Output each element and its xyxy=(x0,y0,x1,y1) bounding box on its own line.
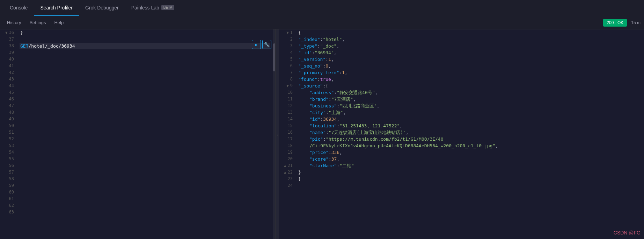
output-line: "found" : true, xyxy=(298,76,641,83)
json-string: /Cii9EVkyLrKIXo1vAAHgrxo_pUcAALcKQLD688A… xyxy=(309,142,495,149)
json-key: "pic" xyxy=(309,136,323,142)
output-line xyxy=(298,182,641,189)
editor-line xyxy=(20,109,270,116)
json-punct: : xyxy=(323,63,325,69)
editor-line-num: 52 xyxy=(0,136,14,142)
output-line: "score" : 37, xyxy=(298,156,641,162)
editor-line xyxy=(20,196,270,202)
output-line: "starName" : "二钻" xyxy=(298,162,641,169)
output-line: "_index" : "hotel", xyxy=(298,36,641,43)
history-button[interactable]: History xyxy=(3,19,24,27)
output-line-num: 8 xyxy=(279,76,293,83)
top-navigation: Console Search Profiler Grok Debugger Pa… xyxy=(0,0,644,16)
json-key: "brand" xyxy=(309,96,329,103)
beta-badge: BETA xyxy=(161,5,174,10)
editor-line xyxy=(20,202,270,209)
tab-search-profiler[interactable]: Search Profiler xyxy=(34,0,79,16)
json-punct: , xyxy=(345,69,347,76)
editor-line-num: 56 xyxy=(0,162,14,169)
json-punct: , xyxy=(343,109,346,116)
output-line: "business" : "四川北路商业区", xyxy=(298,103,641,109)
editor-scrollbar[interactable] xyxy=(273,29,276,239)
json-key: "price" xyxy=(309,149,329,156)
editor-line-num: 62 xyxy=(0,202,14,209)
status-badge: 200 - OK xyxy=(603,19,627,27)
editor-line xyxy=(20,96,270,103)
editor-line-num: 46 xyxy=(0,96,14,103)
json-key: "location" xyxy=(309,122,337,129)
output-line-num: 5 xyxy=(279,56,293,63)
json-key: "address" xyxy=(309,89,334,96)
editor-scrollbar-thumb[interactable] xyxy=(273,43,275,71)
settings-button[interactable]: Settings xyxy=(26,19,49,27)
tab-console[interactable]: Console xyxy=(3,0,34,16)
editor-line: GET /hotel/_doc/36934 xyxy=(20,43,270,49)
json-string: "31.251433, 121.47522" xyxy=(339,122,400,129)
editor-line xyxy=(20,76,270,83)
editor-content[interactable]: }GET /hotel/_doc/36934 xyxy=(17,29,273,239)
editor-line-numbers: ▼363738394041424344454647484950515253545… xyxy=(0,29,17,239)
output-line-num: 7 xyxy=(279,69,293,76)
json-punct: , xyxy=(331,76,334,83)
editor-line-num: 55 xyxy=(0,156,14,162)
main-content: ▼363738394041424344454647484950515253545… xyxy=(0,29,644,239)
output-line: } xyxy=(298,169,641,176)
editor-line-num: 49 xyxy=(0,116,14,122)
json-punct: : xyxy=(329,96,331,103)
json-key: "_version" xyxy=(298,56,325,63)
output-panel: ▼12345678▼91011121314151617181920▲21▲222… xyxy=(279,29,644,239)
json-punct: , xyxy=(400,122,402,129)
output-line: "location" : "31.251433, 121.47522", xyxy=(298,122,641,129)
output-line-num: 12 xyxy=(279,103,293,109)
output-line-num: 20 xyxy=(279,156,293,162)
editor-line-num: 48 xyxy=(0,109,14,116)
time-badge: 15 m xyxy=(631,20,641,25)
output-line: "brand" : "7天酒店", xyxy=(298,96,641,103)
json-brace: { xyxy=(325,83,328,89)
output-line-num: 11 xyxy=(279,96,293,103)
editor-panel: ▼363738394041424344454647484950515253545… xyxy=(0,29,276,239)
json-key: "_index" xyxy=(298,36,320,43)
json-key: "city" xyxy=(309,109,326,116)
output-line: "city" : "上海", xyxy=(298,109,641,116)
tools-button[interactable]: 🔧 xyxy=(262,40,271,49)
output-line-num: 10 xyxy=(279,89,293,96)
output-line-num: 19 xyxy=(279,149,293,156)
editor-line-num: 58 xyxy=(0,176,14,182)
resize-handle[interactable]: ⋮ xyxy=(276,29,279,239)
json-string: "_doc" xyxy=(320,43,337,49)
editor-line xyxy=(20,189,270,196)
json-number: 336 xyxy=(331,149,339,156)
tab-painless-lab[interactable]: Painless Lab BETA xyxy=(125,0,181,16)
tab-grok-debugger[interactable]: Grok Debugger xyxy=(79,0,125,16)
json-punct: , xyxy=(331,56,334,63)
json-string: "7天酒店" xyxy=(331,96,353,103)
editor-line-num: 44 xyxy=(0,83,14,89)
help-button[interactable]: Help xyxy=(51,19,67,27)
editor-line xyxy=(20,83,270,89)
json-key: "id" xyxy=(309,116,320,122)
output-line: { xyxy=(298,29,641,36)
editor-body: ▼363738394041424344454647484950515253545… xyxy=(0,29,276,239)
editor-line xyxy=(20,56,270,63)
json-punct: , xyxy=(334,49,337,56)
output-line-num: 14 xyxy=(279,116,293,122)
output-line-num: 24 xyxy=(279,182,293,189)
editor-line-num: 51 xyxy=(0,129,14,136)
json-string: "上海" xyxy=(329,109,343,116)
json-punct: : xyxy=(326,109,329,116)
editor-line xyxy=(20,122,270,129)
run-button[interactable]: ▶ xyxy=(252,40,261,49)
output-line: "pic" : "https://m.tuniucdn.com/fb2/t1/G… xyxy=(298,136,641,142)
json-punct: , xyxy=(406,129,409,136)
json-brace: { xyxy=(298,29,301,36)
json-key: "business" xyxy=(309,103,337,109)
editor-line xyxy=(20,169,270,176)
output-content[interactable]: {"_index" : "hotel","_type" : "_doc","_i… xyxy=(295,29,644,239)
json-punct: : xyxy=(317,76,320,83)
editor-line xyxy=(20,129,270,136)
output-line-num: 3 xyxy=(279,43,293,49)
output-line-num: ▼1 xyxy=(279,29,293,36)
output-line-num: 17 xyxy=(279,136,293,142)
editor-line xyxy=(20,103,270,109)
